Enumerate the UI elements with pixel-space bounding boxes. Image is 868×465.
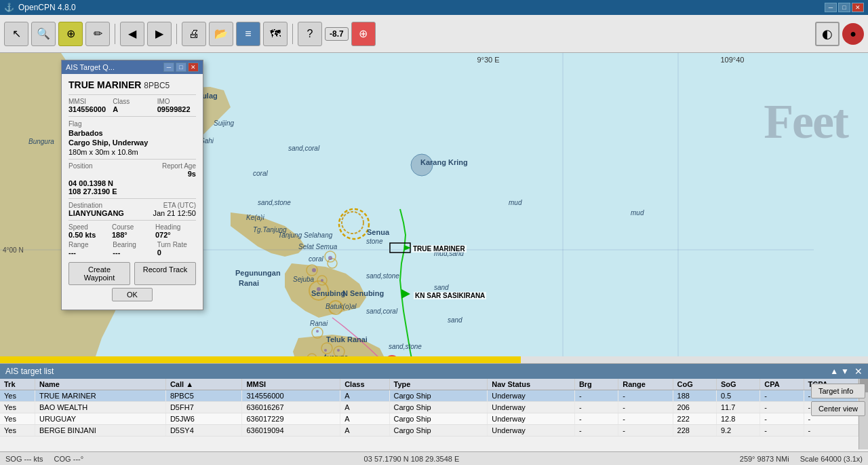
dialog-close-button[interactable]: ✕ bbox=[188, 62, 199, 72]
col-mmsi[interactable]: MMSI bbox=[242, 379, 340, 390]
dialog-restore-button[interactable]: □ bbox=[176, 62, 186, 72]
destination-label: Destination bbox=[68, 202, 124, 209]
day-night-button[interactable]: ◐ bbox=[815, 22, 840, 46]
col-sog[interactable]: SoG bbox=[716, 379, 760, 390]
speed-label: Speed bbox=[68, 223, 109, 231]
report-age-label: Report Age bbox=[162, 162, 196, 170]
ais-panel-close-button[interactable]: ✕ bbox=[854, 366, 863, 377]
svg-marker-22 bbox=[404, 245, 411, 250]
import-button[interactable]: 📂 bbox=[209, 22, 233, 46]
col-cpa[interactable]: CPA bbox=[760, 379, 804, 390]
svg-point-5 bbox=[317, 276, 327, 285]
col-trk[interactable]: Trk bbox=[0, 379, 35, 390]
col-cog[interactable]: CoG bbox=[673, 379, 716, 390]
svg-point-8 bbox=[321, 343, 332, 354]
toolbar: ↖ 🔍 ⊕ ✏ ◀ ▶ 🖨 📂 ≡ 🗺 ? -8.7 ⊕ ◐ ● bbox=[0, 15, 868, 53]
dialog-minimize-button[interactable]: ─ bbox=[163, 62, 174, 72]
table-row[interactable]: Yes BAO WEALTH D5FH7 636016267 A Cargo S… bbox=[0, 402, 859, 413]
chart-label-karang-kring: Karang Kring bbox=[420, 158, 468, 166]
center-view-button[interactable]: Center view bbox=[811, 401, 865, 416]
cell-class: A bbox=[340, 413, 389, 425]
sar-button[interactable]: ⊕ bbox=[351, 22, 376, 46]
create-waypoint-button[interactable]: Create Waypoint bbox=[68, 262, 130, 285]
prev-button[interactable]: ◀ bbox=[120, 22, 144, 46]
waypoint-button[interactable]: ⊕ bbox=[58, 22, 83, 46]
ais-dialog-content: TRUE MARINER 8PBC5 MMSI 314556000 Class … bbox=[62, 74, 203, 310]
chart-label-coral2: coral bbox=[309, 255, 323, 263]
side-buttons: Target info Center view bbox=[808, 381, 868, 419]
svg-point-17 bbox=[321, 279, 323, 282]
ok-button[interactable]: OK bbox=[112, 288, 153, 301]
cell-range: - bbox=[618, 390, 673, 402]
chart-label-stone: stone bbox=[366, 238, 382, 245]
svg-point-9 bbox=[334, 346, 344, 356]
cell-navstatus: Underway bbox=[488, 402, 575, 413]
layers-button[interactable]: ≡ bbox=[236, 22, 260, 46]
col-name[interactable]: Name bbox=[35, 379, 165, 390]
cell-trk: Yes bbox=[0, 402, 35, 413]
table-row[interactable]: Yes TRUE MARINER 8PBC5 314556000 A Cargo… bbox=[0, 390, 859, 402]
svg-text:4°00 N: 4°00 N bbox=[3, 246, 24, 254]
col-call[interactable]: Call ▲ bbox=[165, 379, 242, 390]
app-title-text: OpenCPN 4.8.0 bbox=[18, 3, 76, 12]
col-range[interactable]: Range bbox=[618, 379, 673, 390]
minimize-button[interactable]: ─ bbox=[825, 3, 837, 12]
svg-point-19 bbox=[316, 330, 319, 333]
ship-dimensions: 180m x 30m x 10.8m bbox=[68, 148, 196, 156]
toolbar-separator-3 bbox=[292, 24, 293, 44]
cell-class: A bbox=[340, 425, 389, 436]
chart-label-mudsand: mud,sand bbox=[434, 250, 464, 257]
record-track-button[interactable]: Record Track bbox=[134, 262, 196, 285]
cursor-tool-button[interactable]: ↖ bbox=[4, 22, 28, 46]
col-navstatus[interactable]: Nav Status bbox=[488, 379, 575, 390]
flag-value: Barbados bbox=[68, 129, 196, 137]
ais-table-wrapper[interactable]: Trk Name Call ▲ MMSI Class Type Nav Stat… bbox=[0, 379, 859, 449]
eta-field: ETA (UTC) Jan 21 12:50 bbox=[153, 202, 196, 217]
cell-name: TRUE MARINER bbox=[35, 390, 165, 402]
course-value: 188° bbox=[112, 231, 153, 239]
ship-callsign: 8PBC5 bbox=[144, 81, 170, 90]
sog-status: SOG --- kts bbox=[5, 455, 43, 463]
cell-name: BAO WEALTH bbox=[35, 402, 165, 413]
zoom-in-button[interactable]: 🔍 bbox=[31, 22, 56, 46]
table-row[interactable]: Yes BERGE BINJANI D5SY4 636019094 A Carg… bbox=[0, 425, 859, 436]
cog-status: COG ---° bbox=[54, 455, 84, 463]
cell-name: BERGE BINJANI bbox=[35, 425, 165, 436]
col-brg[interactable]: Brg bbox=[574, 379, 618, 390]
maximize-button[interactable]: □ bbox=[838, 3, 850, 12]
svg-point-7 bbox=[312, 327, 323, 338]
position-label: Position bbox=[68, 162, 93, 170]
coords-status: 03 57.1790 N 108 29.3548 E bbox=[94, 455, 729, 463]
col-class[interactable]: Class bbox=[340, 379, 389, 390]
cell-brg: - bbox=[574, 413, 618, 425]
route-button[interactable]: ✏ bbox=[85, 22, 110, 46]
svg-point-6 bbox=[328, 259, 337, 268]
cell-cog: 228 bbox=[673, 425, 716, 436]
progress-bar bbox=[0, 356, 521, 363]
scroll-down-icon[interactable]: ▼ bbox=[841, 367, 849, 376]
cell-sog: 9.2 bbox=[716, 425, 760, 436]
svg-text:9°30 E: 9°30 E bbox=[477, 56, 499, 64]
print-button[interactable]: 🖨 bbox=[182, 22, 206, 46]
chart-button[interactable]: 🗺 bbox=[263, 22, 288, 46]
help-button[interactable]: ? bbox=[298, 22, 322, 46]
close-button[interactable]: ✕ bbox=[852, 3, 864, 12]
cell-class: A bbox=[340, 402, 389, 413]
scroll-up-icon[interactable]: ▲ bbox=[830, 367, 838, 376]
ship-label-true-mariner: TRUE MARINER bbox=[412, 245, 467, 253]
cell-class: A bbox=[340, 390, 389, 402]
cell-cpa: - bbox=[760, 402, 804, 413]
table-row[interactable]: Yes URUGUAY D5JW6 636017229 A Cargo Ship… bbox=[0, 413, 859, 425]
depth-badge: -8.7 bbox=[325, 27, 349, 41]
target-info-button[interactable]: Target info bbox=[811, 384, 865, 398]
mmsi-label: MMSI bbox=[68, 98, 107, 105]
speed-value: 0.50 kts bbox=[68, 231, 109, 239]
color-button[interactable]: ● bbox=[842, 23, 864, 45]
svg-point-24 bbox=[339, 209, 369, 239]
cell-cpa: - bbox=[760, 413, 804, 425]
ais-table-body: Yes TRUE MARINER 8PBC5 314556000 A Cargo… bbox=[0, 390, 859, 436]
position-lon: 108 27.3190 E bbox=[68, 187, 196, 196]
next-button[interactable]: ▶ bbox=[147, 22, 172, 46]
svg-point-16 bbox=[328, 256, 332, 260]
col-type[interactable]: Type bbox=[389, 379, 488, 390]
